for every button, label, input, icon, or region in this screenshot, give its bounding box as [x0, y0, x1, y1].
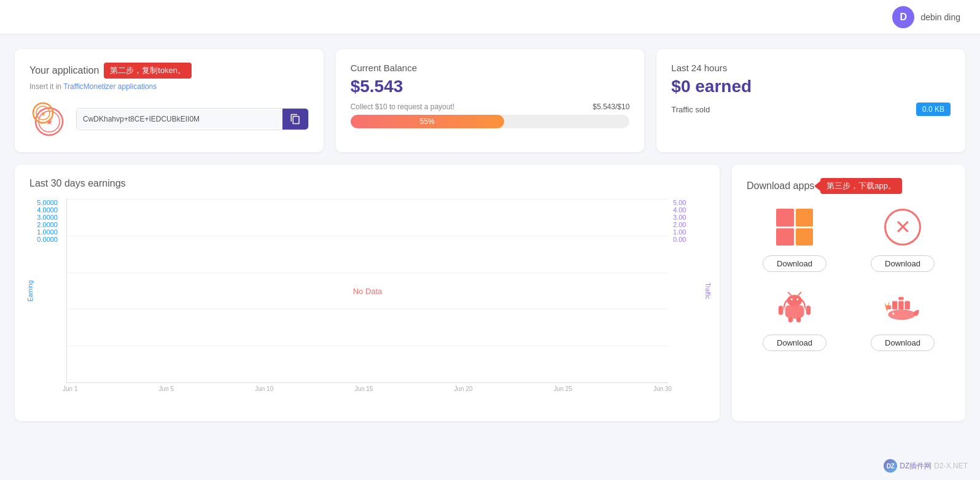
last24h-card: Last 24 hours $0 earned Traffic sold 0.0… — [656, 49, 965, 152]
chart-area: Earning 5.0000 4.0000 3.0000 2.0000 1.00… — [29, 199, 705, 408]
traffic-row: Traffic sold 0.0 KB — [671, 103, 951, 116]
docker-icon — [882, 290, 924, 322]
copy-token-button[interactable] — [282, 109, 308, 130]
balance-amount: $5.543 — [351, 77, 630, 96]
balance-title: Current Balance — [351, 63, 630, 73]
hours-earned: $0 earned — [671, 77, 951, 96]
win-pane-3 — [776, 228, 794, 246]
top-cards-row: Your application 第二步，复制token。 Insert it … — [15, 49, 965, 152]
progress-text: 55% — [420, 117, 435, 126]
app-item-android: Download — [747, 284, 842, 351]
svg-point-24 — [888, 309, 915, 320]
y-right-3: 3.00 — [673, 214, 686, 221]
android-icon-wrap — [772, 284, 817, 328]
svg-point-25 — [892, 312, 894, 314]
y-left-3: 3.0000 — [37, 214, 58, 221]
y-left-0: 0.0000 — [37, 236, 58, 243]
download-docker-button[interactable]: Download — [871, 335, 935, 351]
top-bar: D debin ding — [0, 0, 980, 34]
svg-line-13 — [788, 293, 791, 296]
y-right-label: Traffic — [704, 282, 711, 299]
main-content: Your application 第二步，复制token。 Insert it … — [0, 34, 980, 428]
chart-inner: Earning 5.0000 4.0000 3.0000 2.0000 1.00… — [29, 199, 705, 383]
app-grid: Download ✕ Download — [747, 205, 951, 351]
app-item-docker: Download — [855, 284, 951, 351]
download-apps-title: Download apps — [747, 180, 814, 192]
balance-card: Current Balance $5.543 Collect $10 to re… — [336, 49, 645, 152]
download-android-button[interactable]: Download — [763, 335, 826, 351]
svg-rect-16 — [806, 306, 811, 315]
bottom-section: Last 30 days earnings Earning 5.0000 4.0… — [15, 165, 965, 421]
traffic-label: Traffic sold — [671, 105, 710, 114]
svg-point-11 — [791, 298, 793, 300]
y-axis-right-wrap: 5.00 4.00 3.00 2.00 1.00 0.00 Traffic — [668, 199, 705, 383]
y-left-label: Earning — [27, 281, 34, 301]
y-right-2: 2.00 — [673, 221, 686, 228]
y-axis-right: 5.00 4.00 3.00 2.00 1.00 0.00 — [668, 199, 701, 243]
token-input-wrap — [76, 108, 309, 130]
chart-card: Last 30 days earnings Earning 5.0000 4.0… — [15, 165, 720, 421]
svg-rect-9 — [785, 305, 804, 318]
svg-rect-15 — [779, 306, 784, 315]
progress-bar-bg: 55% — [351, 115, 630, 128]
macos-icon-wrap: ✕ — [881, 205, 925, 249]
windows-icon-wrap — [772, 205, 817, 249]
y-left-4: 4.0000 — [37, 206, 58, 214]
app-card-title-text: Your application — [29, 65, 99, 76]
svg-point-10 — [787, 295, 802, 306]
app-card-title-row: Your application 第二步，复制token。 — [29, 63, 309, 79]
download-apps-card: Download apps 第三步，下载app。 Download — [732, 165, 965, 421]
traffic-badge: 0.0 KB — [916, 103, 951, 116]
username: debin ding — [920, 12, 960, 22]
hours-title: Last 24 hours — [671, 63, 951, 73]
y-right-5: 5.00 — [673, 199, 686, 206]
svg-rect-23 — [898, 297, 904, 300]
avatar: D — [892, 6, 914, 28]
download-title-row: Download apps 第三步，下载app。 — [747, 178, 951, 194]
y-left-1: 1.0000 — [37, 228, 58, 236]
collect-text: Collect $10 to request a payout! — [351, 103, 454, 111]
y-axis-left: 5.0000 4.0000 3.0000 2.0000 1.0000 0.000… — [29, 199, 63, 243]
y-left-5: 5.0000 — [37, 199, 58, 206]
svg-rect-22 — [904, 301, 910, 310]
step3-badge: 第三步，下载app。 — [820, 178, 902, 194]
download-windows-button[interactable]: Download — [763, 255, 826, 272]
svg-rect-21 — [898, 301, 904, 310]
token-input[interactable] — [77, 110, 282, 128]
application-card: Your application 第二步，复制token。 Insert it … — [15, 49, 324, 152]
windows-icon — [776, 209, 813, 246]
traffic-monetizer-link[interactable]: TrafficMonetizer applications — [63, 82, 157, 91]
app-card-body: ★ ★ — [29, 99, 309, 139]
macos-icon: ✕ — [884, 209, 921, 246]
svg-rect-18 — [796, 317, 801, 322]
svg-text:★: ★ — [41, 110, 46, 117]
y-right-4: 4.00 — [673, 206, 686, 214]
chart-title: Last 30 days earnings — [29, 178, 705, 189]
progress-label: $5.543/$10 — [593, 103, 629, 111]
svg-point-12 — [796, 298, 798, 300]
app-item-windows: Download — [747, 205, 842, 272]
balance-collect-row: Collect $10 to request a payout! $5.543/… — [351, 103, 630, 111]
y-right-1: 1.00 — [673, 228, 686, 236]
copy-icon — [290, 114, 301, 125]
svg-line-14 — [798, 293, 801, 296]
docker-icon-wrap — [881, 284, 925, 328]
y-right-0: 0.00 — [673, 236, 686, 243]
progress-bar-fill: 55% — [351, 115, 504, 128]
win-pane-4 — [796, 228, 814, 246]
y-axis-left-wrap: Earning 5.0000 4.0000 3.0000 2.0000 1.00… — [29, 199, 66, 383]
no-data-text: No Data — [353, 286, 383, 295]
x-symbol: ✕ — [895, 217, 911, 237]
download-macos-button[interactable]: Download — [871, 255, 935, 272]
y-left-2: 2.0000 — [37, 221, 58, 228]
x-axis: Jun 1 Jun 5 Jun 10 Jun 15 Jun 20 Jun 25 … — [29, 385, 705, 392]
win-pane-2 — [796, 209, 814, 226]
step2-badge: 第二步，复制token。 — [104, 63, 192, 79]
coin-icon: ★ ★ — [29, 99, 69, 139]
win-pane-1 — [776, 209, 794, 226]
svg-rect-17 — [788, 317, 793, 322]
app-card-subtitle: Insert it in TrafficMonetizer applicatio… — [29, 82, 309, 91]
chart-plot: No Data — [66, 199, 668, 383]
app-item-macos: ✕ Download — [855, 205, 951, 272]
android-icon — [776, 288, 813, 325]
